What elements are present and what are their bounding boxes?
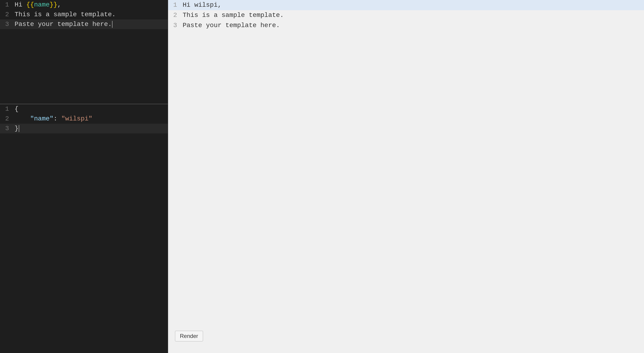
template-line-3: 3Paste your template here. <box>0 20 168 29</box>
template-editor[interactable]: 1Hi {{name}},2This is a sample template.… <box>0 0 168 104</box>
preview-line-content: This is a sample template. <box>181 10 644 20</box>
code-token: } <box>14 125 18 132</box>
line-number: 1 <box>0 104 13 114</box>
code-token: , <box>58 1 61 8</box>
json-line-3: 3} <box>0 124 168 133</box>
code-token: { <box>14 105 18 113</box>
preview-line-3: 3Paste your template here. <box>168 20 644 31</box>
preview-line-2: 2This is a sample template. <box>168 10 644 20</box>
code-token: : <box>54 115 61 122</box>
render-button[interactable]: Render <box>175 331 203 341</box>
line-content: { <box>13 104 168 114</box>
line-number: 3 <box>0 124 13 133</box>
code-token: "wilspi" <box>61 115 92 122</box>
line-content: Paste your template here. <box>13 20 168 29</box>
line-content: } <box>13 124 168 133</box>
line-content: Hi {{name}}, <box>13 0 168 10</box>
code-token: Hi <box>14 1 26 8</box>
render-button-area: Render <box>175 331 203 341</box>
preview-line-number: 3 <box>168 20 181 31</box>
json-line-1: 1{ <box>0 104 168 114</box>
preview-line-1: 1Hi wilspi, <box>168 0 644 10</box>
text-cursor <box>19 125 19 132</box>
line-number: 1 <box>0 0 13 10</box>
right-panel: 1Hi wilspi,2This is a sample template.3P… <box>168 0 644 353</box>
line-number: 2 <box>0 10 13 20</box>
left-panel: 1Hi {{name}},2This is a sample template.… <box>0 0 168 353</box>
code-token: name <box>34 1 50 8</box>
template-line-2: 2This is a sample template. <box>0 10 168 20</box>
text-cursor <box>112 21 112 28</box>
line-content: This is a sample template. <box>13 10 168 20</box>
code-token <box>14 115 30 122</box>
template-line-1: 1Hi {{name}}, <box>0 0 168 10</box>
code-token: }} <box>50 1 58 8</box>
line-number: 2 <box>0 114 13 124</box>
preview-line-number: 2 <box>168 10 181 20</box>
preview-line-content: Hi wilspi, <box>181 0 644 10</box>
preview-line-number: 1 <box>168 0 181 10</box>
preview-line-content: Paste your template here. <box>181 20 644 31</box>
line-number: 3 <box>0 20 13 29</box>
code-token: {{ <box>26 1 34 8</box>
code-token: This is a sample template. <box>14 11 116 18</box>
line-content: "name": "wilspi" <box>13 114 168 124</box>
code-token: "name" <box>30 115 54 122</box>
preview-area: 1Hi wilspi,2This is a sample template.3P… <box>168 0 644 353</box>
json-line-2: 2 "name": "wilspi" <box>0 114 168 124</box>
code-token: Paste your template here. <box>14 21 112 28</box>
json-editor[interactable]: 1{2 "name": "wilspi"3} <box>0 104 168 353</box>
